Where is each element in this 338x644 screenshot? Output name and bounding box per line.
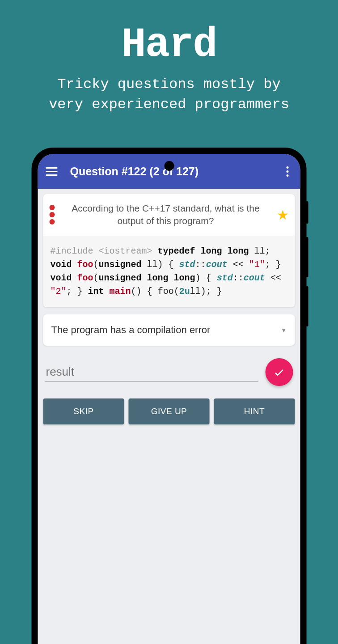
code-typedef-kw: typedef long long [158,246,249,256]
code-unsigned1: unsigned [99,259,142,270]
hint-button[interactable]: HINT [214,398,295,424]
volume-down-button [306,286,308,326]
code-dc1: :: [195,259,206,270]
volume-up-button [306,237,308,277]
result-input[interactable] [45,362,258,382]
code-std1: std [179,259,195,270]
difficulty-indicator [50,205,55,225]
code-str2: "2" [51,286,67,297]
more-icon[interactable] [283,163,292,180]
code-unsigned2: unsigned long long [99,273,195,283]
dropdown-selected-text: The program has a compilation error [51,324,211,336]
code-foo2: foo [77,273,93,283]
code-op1: << [228,259,249,270]
code-call-rest: ll); [190,286,211,297]
code-p2: ( [93,273,99,283]
code-cout2: cout [244,273,265,283]
promo-title: Hard [0,21,338,68]
code-cout1: cout [206,259,228,270]
code-dc2: :: [233,273,244,283]
phone-screen: Question #122 (2 of 127) According to th… [38,154,300,644]
skip-button[interactable]: SKIP [43,398,124,424]
code-include: #include <iostream> [51,246,152,256]
code-block: #include <iostream> typedef long long ll… [43,236,295,307]
answer-dropdown[interactable]: The program has a compilation error ▼ [43,314,295,346]
answer-input-row [43,358,295,386]
action-button-row: SKIP GIVE UP HINT [43,398,295,424]
app-bar: Question #122 (2 of 127) [38,154,300,189]
code-main: main [110,286,131,297]
code-foo1: foo [77,259,93,270]
code-close2: } [77,286,83,297]
code-num: 2u [179,286,190,297]
check-icon [273,366,286,378]
question-header: According to the C++17 standard, what is… [43,194,295,236]
promo-subtitle-line1: Tricky questions mostly by [57,76,280,93]
question-card: According to the C++17 standard, what is… [43,194,295,307]
code-p1b: ll) { [142,259,174,270]
promo-subtitle-line2: very experienced programmers [49,96,289,113]
giveup-button[interactable]: GIVE UP [129,398,210,424]
camera-notch [164,161,174,171]
code-semi1: ; [265,259,270,270]
favorite-star-icon[interactable]: ★ [277,207,289,223]
code-std2: std [217,273,233,283]
submit-button[interactable] [266,358,293,386]
code-semi2: ; [67,286,72,297]
code-close3: } [217,286,222,297]
code-void1: void [51,259,77,270]
code-str1: "1" [249,259,265,270]
code-void2: void [51,273,77,283]
question-prompt: According to the C++17 standard, what is… [60,202,271,228]
phone-frame: Question #122 (2 of 127) According to th… [32,148,307,644]
code-call: foo( [158,286,179,297]
code-typedef-rest: ll; [249,246,270,256]
power-button [306,201,308,224]
code-op2: << [265,273,281,283]
code-close1: } [276,259,281,270]
code-int: int [88,286,110,297]
content-area: According to the C++17 standard, what is… [38,189,300,466]
chevron-down-icon: ▼ [281,326,287,334]
hamburger-icon[interactable] [46,167,58,176]
code-p2b: ) { [195,273,211,283]
code-p1: ( [93,259,99,270]
app-bar-title: Question #122 (2 of 127) [70,165,283,178]
code-main-sig: () { [131,286,152,297]
promo-subtitle: Tricky questions mostly by very experien… [0,75,338,115]
